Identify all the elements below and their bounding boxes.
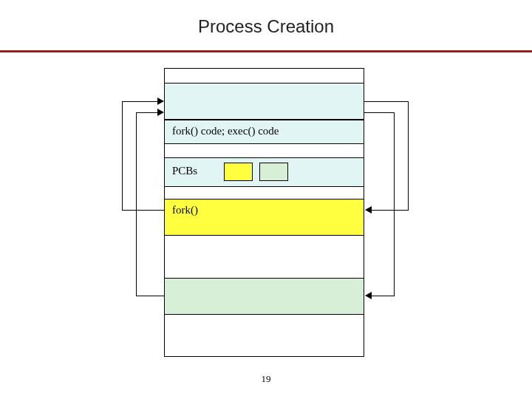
page-number: 19: [0, 373, 532, 385]
connector-left-outer-h1: [122, 210, 164, 211]
connector-right-outer-h2: [371, 210, 409, 211]
connector-right-inner-v: [394, 112, 395, 296]
user-child-band: [164, 278, 364, 315]
connector-right-outer-v: [408, 101, 409, 211]
kernel-code-label: fork() code; exec() code: [172, 125, 279, 137]
pcb-slot-yellow: [224, 163, 253, 181]
connector-left-outer-v: [122, 101, 123, 211]
connector-right-inner-h1: [364, 112, 395, 113]
kernel-code-band: fork() code; exec() code: [164, 120, 364, 144]
connector-left-outer-arrow: [157, 98, 164, 105]
pcb-slot-green: [259, 163, 288, 181]
slide-title: Process Creation: [0, 16, 532, 37]
user-fork-band: fork(): [164, 199, 364, 236]
connector-right-outer-h1: [364, 101, 409, 102]
pcb-label: PCBs: [172, 165, 197, 177]
connector-right-inner-arrow: [365, 292, 372, 299]
connector-left-inner-arrow: [157, 109, 164, 116]
title-underline: [0, 50, 532, 52]
user-fork-label: fork(): [172, 204, 198, 216]
connector-right-outer-arrow: [365, 206, 372, 214]
connector-right-inner-h2: [371, 296, 395, 296]
connector-left-outer-h2: [122, 101, 158, 102]
connector-left-inner-v: [136, 112, 137, 296]
connector-left-inner-h2: [136, 112, 158, 113]
connector-left-inner-h1: [136, 296, 164, 296]
kernel-band-top: [164, 83, 364, 120]
